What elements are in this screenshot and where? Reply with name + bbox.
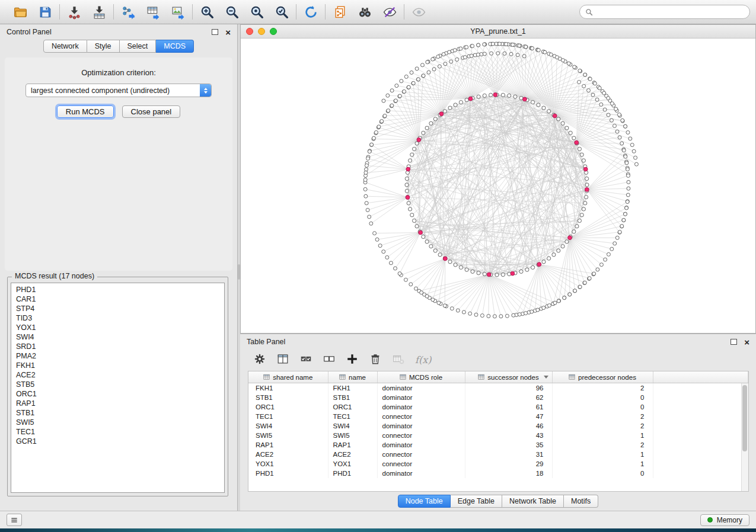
table-row[interactable]: TEC1 TEC1 connector 47 2 [248, 412, 748, 421]
show-hide-graphics-eye-icon[interactable] [410, 4, 427, 20]
network-window-title: YPA_prune.txt_1 [241, 27, 755, 36]
column-header-name[interactable]: name [328, 371, 377, 383]
cell-name: TEC1 [328, 412, 377, 421]
toggle-graphics-details-icon[interactable] [381, 4, 398, 20]
window-maximize-icon[interactable] [270, 28, 277, 35]
mcds-result-item[interactable]: TID3 [11, 313, 224, 323]
mcds-result-item[interactable]: FKH1 [11, 361, 224, 370]
table-grid-icon [400, 374, 406, 380]
tab-motifs[interactable]: Motifs [564, 495, 598, 508]
table-settings-gear-icon[interactable] [253, 352, 266, 367]
mcds-result-item[interactable]: YOX1 [11, 323, 224, 332]
cell-name: ORC1 [328, 402, 377, 412]
export-table-icon[interactable] [145, 4, 161, 20]
open-session-icon[interactable] [12, 4, 28, 20]
cell-predecessor-nodes: 1 [552, 450, 653, 459]
search-input[interactable] [596, 7, 744, 17]
mcds-result-list[interactable]: PHD1CAR1STP4TID3YOX1SWI4SRD1PMA2FKH1ACE2… [11, 283, 225, 493]
export-network-icon[interactable] [120, 4, 136, 20]
show-columns-icon[interactable] [276, 352, 289, 367]
toolbar-search[interactable] [579, 5, 750, 19]
column-label: successor nodes [487, 374, 538, 381]
mcds-result-item[interactable]: RAP1 [11, 399, 224, 408]
column-header-shared-name[interactable]: shared name [248, 371, 328, 383]
table-panel-tabs: Node Table Edge Table Network Table Moti… [240, 495, 756, 508]
float-panel-icon[interactable] [212, 29, 218, 35]
refresh-view-icon[interactable] [302, 4, 319, 20]
delete-column-trash-icon[interactable] [369, 352, 382, 367]
find-binoculars-icon[interactable] [356, 4, 373, 20]
table-row[interactable]: YOX1 YOX1 connector 29 1 [248, 459, 748, 469]
table-row[interactable]: FKH1 FKH1 dominator 96 2 [248, 383, 748, 393]
criterion-select[interactable]: largest connected component (undirected) [25, 84, 212, 97]
run-mcds-button[interactable]: Run MCDS [57, 105, 114, 118]
mcds-result-item[interactable]: STP4 [11, 304, 224, 313]
table-row[interactable]: SWI4 SWI4 dominator 46 2 [248, 421, 748, 431]
cell-successor-nodes: 47 [465, 412, 552, 421]
window-minimize-icon[interactable] [258, 28, 265, 35]
network-canvas[interactable] [241, 39, 755, 333]
mcds-result-item[interactable]: TEC1 [11, 427, 224, 437]
tab-mcds[interactable]: MCDS [156, 40, 194, 53]
save-session-icon[interactable] [37, 4, 53, 20]
mcds-result-item[interactable]: ACE2 [11, 370, 224, 380]
export-image-icon[interactable] [170, 4, 186, 20]
tab-edge-table[interactable]: Edge Table [451, 495, 502, 508]
table-row[interactable]: SWI5 SWI5 connector 43 1 [248, 431, 748, 440]
column-header-successor-nodes[interactable]: successor nodes [465, 371, 552, 383]
mcds-result-item[interactable]: SWI5 [11, 418, 224, 427]
cell-filler [653, 402, 748, 412]
tab-select[interactable]: Select [120, 40, 157, 53]
zoom-in-icon[interactable] [199, 4, 215, 20]
zoom-selected-icon[interactable] [273, 4, 290, 20]
table-row[interactable]: STB1 STB1 dominator 62 0 [248, 393, 748, 402]
clone-network-icon[interactable] [331, 4, 348, 20]
import-network-icon[interactable] [66, 4, 82, 20]
close-panel-button[interactable]: Close panel [122, 105, 181, 118]
close-panel-icon[interactable]: × [225, 28, 231, 37]
column-header-predecessor-nodes[interactable]: predecessor nodes [552, 371, 653, 383]
status-menu-icon[interactable] [7, 514, 22, 526]
cell-mcds-role: dominator [377, 383, 465, 393]
cell-name: RAP1 [328, 440, 377, 450]
deselect-all-icon[interactable] [323, 352, 336, 367]
mcds-result-item[interactable]: STB1 [11, 408, 224, 418]
close-table-panel-icon[interactable]: × [744, 338, 749, 347]
tab-style[interactable]: Style [87, 40, 120, 53]
float-table-panel-icon[interactable] [731, 339, 737, 345]
mcds-result-item[interactable]: PMA2 [11, 351, 224, 361]
table-row[interactable]: RAP1 RAP1 dominator 35 2 [248, 440, 748, 450]
tab-network[interactable]: Network [43, 40, 87, 53]
cell-predecessor-nodes: 0 [552, 393, 653, 402]
table-row[interactable]: ORC1 ORC1 dominator 61 0 [248, 402, 748, 412]
scrollbar-thumb[interactable] [742, 385, 747, 451]
zoom-fit-icon[interactable] [248, 4, 265, 20]
cell-predecessor-nodes: 0 [552, 469, 653, 478]
tab-network-table[interactable]: Network Table [502, 495, 564, 508]
column-menu-arrow-icon[interactable] [544, 376, 548, 379]
cell-shared-name: TEC1 [248, 412, 328, 421]
cell-successor-nodes: 96 [465, 383, 552, 393]
mcds-result-item[interactable]: SWI4 [11, 332, 224, 342]
table-row[interactable]: ACE2 ACE2 connector 31 1 [248, 450, 748, 459]
table-row[interactable]: PHD1 PHD1 dominator 18 0 [248, 469, 748, 478]
column-header-mcds-role[interactable]: MCDS role [377, 371, 465, 383]
mcds-result-item[interactable]: SRD1 [11, 342, 224, 351]
mcds-result-item[interactable]: GCR1 [11, 437, 224, 446]
function-builder-icon: f(x) [415, 354, 431, 366]
window-close-icon[interactable] [246, 28, 253, 35]
table-scrollbar[interactable] [741, 383, 748, 491]
tab-node-table[interactable]: Node Table [398, 495, 451, 508]
add-column-icon[interactable] [346, 352, 359, 367]
select-all-icon[interactable] [299, 352, 312, 367]
cell-mcds-role: connector [377, 450, 465, 459]
zoom-out-icon[interactable] [224, 4, 240, 20]
mcds-result-item[interactable]: STB5 [11, 380, 224, 389]
memory-button[interactable]: Memory [700, 514, 749, 526]
cell-successor-nodes: 35 [465, 440, 552, 450]
criterion-selected-value: largest connected component (undirected) [26, 86, 200, 95]
mcds-result-item[interactable]: PHD1 [11, 285, 224, 294]
mcds-result-item[interactable]: ORC1 [11, 389, 224, 399]
mcds-result-item[interactable]: CAR1 [11, 294, 224, 304]
import-table-icon[interactable] [91, 4, 107, 20]
